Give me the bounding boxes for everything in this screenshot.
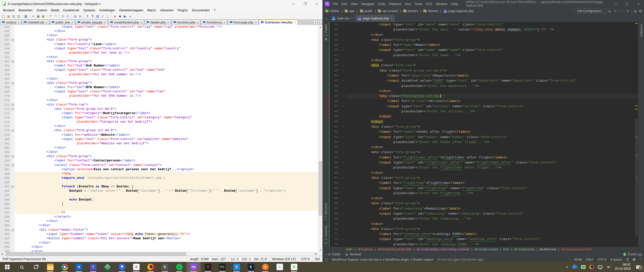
npp-encoding[interactable]: UTF-8 xyxy=(298,257,312,261)
npp-code-line-163[interactable]: 163 <label for="kvk">KvK Nummer</label> xyxy=(0,64,318,68)
npp-code-line-158[interactable]: 158 <label for="country">Land</label> xyxy=(0,42,318,47)
menu-item-file[interactable]: File xyxy=(331,2,340,6)
npp-code-line-192[interactable]: 192 $output = "<option value='" . $value… xyxy=(0,189,318,193)
breadcrumb-div-modal-body[interactable]: div.modal-body xyxy=(514,248,534,251)
menu-item-run[interactable]: Run xyxy=(403,2,413,6)
taskbar-chrome[interactable] xyxy=(57,262,72,272)
npp-code-line-166[interactable]: 166 </div> xyxy=(0,77,318,81)
npp-code-line-195[interactable]: 195 } xyxy=(0,202,318,206)
ps-code-line-36[interactable]: 36▾ <input type="text" id="name" name="n… xyxy=(329,48,638,53)
editor-tab-options-icon[interactable]: t̲ xyxy=(323,15,329,22)
taskbar-notepad[interactable]: ≡ xyxy=(272,262,287,272)
ps-code-line-53[interactable]: 53▾ <input type="text" id="hobbs" name="… xyxy=(329,135,638,140)
ps-code-line-65[interactable]: 65 </div> xyxy=(329,196,638,201)
tab-style-css[interactable]: CSSstyle.css× xyxy=(329,15,355,22)
ps-minimize-button[interactable]: ─ xyxy=(610,0,621,8)
search-everywhere-icon[interactable] xyxy=(639,10,641,12)
menu-item-syntaxis[interactable]: Syntaxis xyxy=(81,9,97,12)
function-list-icon[interactable]: ƒ xyxy=(100,14,105,19)
word-wrap-icon[interactable]: ¶ xyxy=(85,14,90,19)
npp-code-line-169[interactable]: 169 <input type="text" class="form-contr… xyxy=(0,90,318,94)
tab-page-logbook-php[interactable]: PHPpage-logbook.php× xyxy=(355,15,395,22)
npp-code-line-161[interactable]: 161 </div> xyxy=(0,55,318,59)
warning-stripe-mark[interactable] xyxy=(635,109,637,110)
npp-code-line-159[interactable]: 159 <input type="text" class="form-contr… xyxy=(0,47,318,51)
screenshare-tray-icon[interactable] xyxy=(581,265,585,269)
ps-code-line-61[interactable]: 61▾ <div class="form-group"> xyxy=(329,176,638,181)
run-multiple-icon[interactable]: » xyxy=(128,14,133,19)
npp-code-line-156[interactable]: 156 </div> xyxy=(0,33,318,38)
menu-item-item[interactable]: ? xyxy=(212,9,218,12)
menu-item-documenten[interactable]: Documenten xyxy=(190,9,212,12)
ps-code-line-62[interactable]: 62 <label for="flighttime">Flighttime</l… xyxy=(329,181,638,186)
breadcrumb-main[interactable]: main xyxy=(346,248,352,251)
npp-close-button[interactable]: × xyxy=(311,0,323,8)
ps-code-line-70[interactable]: 70 </div> xyxy=(329,222,638,227)
menu-item-beeld[interactable]: Beeld xyxy=(49,9,61,12)
npp-code-line-179[interactable]: 179 <label for="website">Website</label> xyxy=(0,133,318,137)
profiler-icon[interactable]: ◔ xyxy=(619,9,621,13)
tab-close-icon[interactable]: × xyxy=(197,21,198,24)
menu-item-plugins[interactable]: Plugins xyxy=(176,9,190,12)
npp-code-line-178[interactable]: 178 <div class="form-group col-md-6"> xyxy=(0,128,318,133)
menu-item-refactor[interactable]: Refactor xyxy=(387,2,403,6)
tab-close-icon[interactable]: × xyxy=(255,21,257,24)
menu-item-tools[interactable]: Tools xyxy=(413,2,424,6)
highlighting-level-icon[interactable] xyxy=(633,258,635,261)
taskbar-password-lock-app[interactable]: K xyxy=(158,262,172,272)
ps-code-line-67[interactable]: 67 <label for="remaining">Remaining</lab… xyxy=(329,206,638,211)
ps-code-line-47[interactable]: 47▾ <input type="text" id="arrival" name… xyxy=(329,104,638,109)
taskbar-firefox[interactable] xyxy=(143,262,158,272)
menu-item-help[interactable]: Help xyxy=(449,2,460,6)
menu-item-view[interactable]: View xyxy=(349,2,359,6)
replace-icon[interactable]: ⊙ xyxy=(65,14,70,19)
npp-code-line-170[interactable]: 170 placeholder="Vul het BTW nummer in."… xyxy=(0,94,318,98)
npp-code-line-162[interactable]: 162 <div class="form-group"> xyxy=(0,59,318,64)
npp-code-line-189[interactable]: 189 require_once 'includes/queries/selec… xyxy=(0,176,318,180)
ps-code-line-59[interactable]: 59 placeholder="Enter the flighttimer af… xyxy=(329,165,638,170)
tab-close-icon[interactable]: × xyxy=(294,21,296,24)
ps-editor[interactable]: 31▾ <input type="text" id="date" name="d… xyxy=(329,22,638,247)
npp-code-line-180[interactable]: 180 <input type="text" class="form-contr… xyxy=(0,137,318,142)
taskbar-terminal-e-app[interactable]: E xyxy=(244,262,258,272)
menu-item-karakterset[interactable]: Karakterset xyxy=(61,9,81,12)
ps-code-line-69[interactable]: 69 placeholder="Enter the remaining..."/… xyxy=(329,216,638,221)
tab-script-js[interactable]: script.js× xyxy=(0,20,22,25)
tab-close-icon[interactable]: × xyxy=(167,21,169,24)
scroll-left-icon[interactable]: ◀ xyxy=(0,252,4,256)
taskbar-clock[interactable]: 09:37 25-10-2019 xyxy=(615,263,631,271)
npp-code-line-182[interactable]: 182 </div> xyxy=(0,146,318,150)
tab-close-icon[interactable]: × xyxy=(72,21,73,24)
volume-muted-icon[interactable]: ◄× xyxy=(606,265,611,269)
tab-private-key-ppk[interactable]: private_key.ppk× xyxy=(75,20,108,25)
tab-close-icon[interactable]: × xyxy=(224,21,225,24)
ps-close-button[interactable]: × xyxy=(633,0,644,8)
ps-code-line-34[interactable]: 34▾ <div class="form-group"> xyxy=(329,38,638,43)
breadcrumb-n939sr[interactable]: n939sr xyxy=(325,9,339,13)
stop-macro-icon[interactable]: ■ xyxy=(117,14,123,19)
npp-minimize-button[interactable]: ─ xyxy=(288,0,299,8)
menu-item-uitvoeren[interactable]: Uitvoeren xyxy=(158,9,176,12)
ps-code-line-46[interactable]: 46 <label for="arrival">Arrival</label> xyxy=(329,99,638,104)
tab-createstudent-php[interactable]: createStudent.php× xyxy=(108,20,144,25)
toolwindow-structure[interactable]: ≡7: Structure xyxy=(324,203,327,221)
tab-close-icon[interactable]: × xyxy=(141,21,142,24)
ps-code-line-48[interactable]: 48 placeholder="Enter the arrival..."/> xyxy=(329,109,638,114)
tab-close-icon[interactable]: × xyxy=(18,21,20,24)
document-map-icon[interactable]: ▯ xyxy=(105,14,110,19)
menu-item-code[interactable]: Code xyxy=(376,2,387,6)
npp-hscroll-thumb[interactable] xyxy=(6,252,186,256)
ps-code-line-73[interactable]: 73▾ <input type="text" id="landings_ehrd… xyxy=(329,237,638,242)
menu-item-vcs[interactable]: VCS xyxy=(424,2,434,6)
toolwindow-project[interactable]: ▣1: Project xyxy=(324,24,327,41)
taskbar-notepad-plus-plus[interactable]: N xyxy=(287,262,301,272)
scroll-up-icon[interactable]: ▲ xyxy=(318,25,323,29)
npp-code-line-199[interactable]: 199 </div> xyxy=(0,219,318,223)
ps-code-line-51[interactable]: 51▾ <div class="form-group"> xyxy=(329,124,638,129)
breadcrumb-themes[interactable]: themes xyxy=(403,9,418,13)
play-macro-icon[interactable]: ▶ xyxy=(123,14,128,19)
npp-titlebar[interactable]: D:\xampp\htdocs\2lemonCRM\businesses-new… xyxy=(0,0,323,8)
save-all-icon[interactable]: ▥ xyxy=(16,14,21,19)
npp-eol-mode[interactable]: Windows (CR LF) xyxy=(269,257,298,261)
scroll-down-icon[interactable]: ▼ xyxy=(318,248,323,252)
